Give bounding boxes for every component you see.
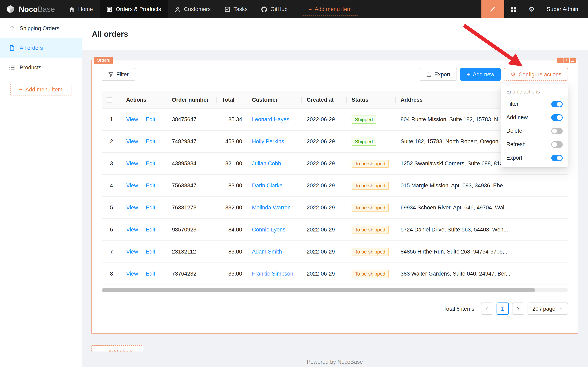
action-divider	[142, 184, 142, 189]
filter-button[interactable]: Filter	[102, 68, 135, 81]
toggle-switch-delete[interactable]	[551, 128, 563, 134]
view-link[interactable]: View	[126, 227, 138, 233]
cell-address: 69934 Schoen River, Apt. 646, 49704, Wal…	[396, 197, 568, 219]
cell-order-number: 73764232	[167, 263, 217, 285]
filter-icon	[108, 72, 114, 77]
view-link[interactable]: View	[126, 271, 138, 277]
chevron-right-icon	[516, 307, 520, 311]
select-all-checkbox[interactable]	[107, 97, 112, 103]
system-settings-button[interactable]: ⚙	[522, 0, 541, 18]
column-header-total: Total	[217, 92, 247, 108]
brand[interactable]: NocoBase	[0, 0, 62, 18]
view-link[interactable]: View	[126, 205, 138, 211]
enable-action-refresh[interactable]: Refresh	[501, 138, 568, 151]
block-designer-toolbar: + + ☰	[557, 58, 576, 63]
status-badge: To be shipped	[352, 160, 388, 168]
user-menu[interactable]: Super Admin	[541, 0, 588, 18]
menu-icon[interactable]: ☰	[570, 58, 576, 63]
prev-page-button[interactable]	[481, 303, 493, 315]
nocobase-logo-icon	[6, 5, 15, 14]
scrollbar-thumb[interactable]	[102, 288, 535, 292]
sidebar-item-all-orders[interactable]: All orders	[0, 38, 82, 58]
ui-editor-button[interactable]	[481, 0, 504, 18]
cell-address: 84856 Hirthe Run, Suite 268, 94754-6705,…	[396, 241, 568, 263]
add-new-button[interactable]: + Add new	[460, 68, 501, 81]
edit-link[interactable]: Edit	[146, 205, 155, 211]
plus-square-icon[interactable]: +	[563, 58, 569, 63]
edit-link[interactable]: Edit	[146, 249, 155, 255]
customer-link[interactable]: Holly Perkins	[252, 139, 284, 145]
github-icon	[261, 6, 267, 12]
view-link[interactable]: View	[126, 161, 138, 167]
add-block-button[interactable]: + Add block	[92, 345, 143, 351]
horizontal-scrollbar[interactable]	[102, 288, 568, 292]
table-row: 1ViewEdit3847564785.34Leonard Hayes2022-…	[102, 108, 568, 131]
customer-link[interactable]: Frankie Simpson	[252, 271, 293, 277]
nav-item-tasks[interactable]: Tasks	[218, 0, 255, 18]
view-link[interactable]: View	[126, 249, 138, 255]
enable-action-label: Add new	[506, 114, 528, 120]
page-size-select[interactable]: 20 / page	[527, 303, 568, 315]
customer-link[interactable]: Darin Clarke	[252, 183, 283, 189]
row-actions: ViewEdit	[121, 263, 167, 285]
edit-link[interactable]: Edit	[146, 139, 155, 145]
export-button[interactable]: Export	[420, 68, 457, 81]
toggle-switch-export[interactable]	[551, 155, 563, 161]
enable-action-filter[interactable]: Filter	[501, 97, 568, 111]
sidebar-item-shipping-orders[interactable]: Shipping Orders	[0, 18, 82, 38]
edit-link[interactable]: Edit	[146, 271, 155, 277]
enable-actions-items: FilterAdd newDeleteRefreshExport	[501, 97, 568, 165]
cell-total: 332.00	[217, 197, 247, 219]
customer-link[interactable]: Melinda Warren	[252, 205, 291, 211]
sidebar-item-label: All orders	[20, 45, 43, 51]
cell-created-at: 2022-06-29	[302, 153, 347, 175]
sidebar-item-products[interactable]: Products	[0, 58, 82, 77]
customer-link[interactable]: Adam Smith	[252, 249, 282, 255]
customer-link[interactable]: Leonard Hayes	[252, 117, 289, 123]
nav-item-label: Home	[78, 6, 93, 12]
sidebar-add-menu-item-button[interactable]: + Add menu item	[10, 83, 71, 96]
gear-icon: ⚙	[511, 71, 516, 77]
plugin-manager-button[interactable]	[504, 0, 522, 18]
toggle-switch-add-new[interactable]	[551, 114, 563, 121]
edit-link[interactable]: Edit	[146, 161, 155, 167]
toggle-switch-filter[interactable]	[551, 101, 563, 107]
next-page-button[interactable]	[512, 303, 524, 315]
edit-link[interactable]: Edit	[146, 117, 155, 123]
nav-item-home[interactable]: Home	[62, 0, 100, 18]
add-block-label: Add block	[108, 349, 133, 351]
cell-created-at: 2022-06-29	[302, 108, 347, 131]
row-actions: ViewEdit	[121, 108, 167, 131]
enable-action-add-new[interactable]: Add new	[501, 111, 568, 124]
page-title: All orders	[92, 30, 128, 39]
edit-link[interactable]: Edit	[146, 227, 155, 233]
enable-action-export[interactable]: Export	[501, 151, 568, 165]
table-row: 7ViewEdit2313211283.00Adam Smith2022-06-…	[102, 241, 568, 263]
nav-item-github[interactable]: GitHub	[255, 0, 295, 18]
view-link[interactable]: View	[126, 183, 138, 189]
cell-status: To be shipped	[347, 263, 396, 285]
highlighter-icon	[490, 6, 496, 12]
topnav-right: ⚙ Super Admin	[481, 0, 588, 18]
row-index: 7	[102, 241, 121, 263]
plus-square-icon[interactable]: +	[557, 58, 563, 63]
customer-link[interactable]: Julian Cobb	[252, 161, 281, 167]
configure-actions-button[interactable]: ⚙ Configure actions	[504, 68, 568, 81]
action-divider	[142, 272, 142, 277]
edit-link[interactable]: Edit	[146, 183, 155, 189]
customer-link[interactable]: Connie Lyons	[252, 227, 286, 233]
cell-customer: Holly Perkins	[247, 131, 302, 153]
row-actions: ViewEdit	[121, 175, 167, 197]
nav-item-customers[interactable]: Customers	[168, 0, 218, 18]
view-link[interactable]: View	[126, 139, 138, 145]
toggle-switch-refresh[interactable]	[551, 141, 563, 148]
block-designer-tag[interactable]: Orders	[94, 57, 113, 64]
nav-item-orders-products[interactable]: Orders & Products	[100, 0, 168, 18]
enable-action-delete[interactable]: Delete	[501, 124, 568, 138]
view-link[interactable]: View	[126, 117, 138, 123]
page-number-button[interactable]: 1	[496, 303, 509, 315]
cell-customer: Adam Smith	[247, 241, 302, 263]
status-badge: To be shipped	[352, 270, 388, 278]
main-area: All orders Orders + + ☰	[82, 18, 588, 367]
topnav-add-menu-item-button[interactable]: + Add menu item	[302, 3, 358, 16]
